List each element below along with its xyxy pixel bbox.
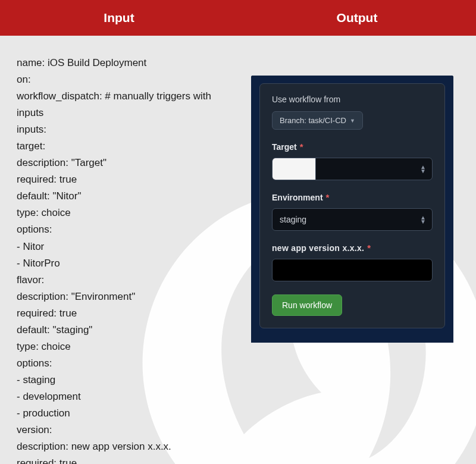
yaml-line: default: "Nitor" [17,188,240,205]
yaml-line: default: "staging" [17,322,240,338]
yaml-line: - staging [17,372,240,388]
yaml-line: - development [17,388,240,405]
yaml-line: inputs: [17,121,240,138]
required-asterisk-icon: * [367,243,371,253]
yaml-line: type: choice [17,338,240,355]
required-asterisk-icon: * [300,142,303,152]
yaml-line: type: choice [17,205,240,221]
dialog-backdrop [444,76,453,335]
use-workflow-from-label: Use workflow from [272,95,433,104]
yaml-line: - NitorPro [17,255,240,272]
yaml-line: name: iOS Build Deployment [17,55,240,71]
yaml-line: options: [17,221,240,238]
environment-select-value: staging [280,215,306,224]
yaml-line: required: true [17,455,240,464]
yaml-line: target: [17,138,240,155]
dialog-backdrop [251,325,453,343]
yaml-line: options: [17,355,240,372]
environment-field-label: Environment * [272,192,433,202]
yaml-line: description: "Target" [17,155,240,171]
branch-label: Branch: task/CI-CD [280,116,346,125]
target-field-label: Target * [272,142,433,152]
target-select[interactable]: ▲▼ [272,158,433,180]
yaml-line: required: true [17,171,240,188]
yaml-line: version: [17,422,240,438]
version-field-label: new app version x.x.x. * [272,243,433,253]
yaml-line: description: new app version x.x.x. [17,438,240,455]
branch-select-button[interactable]: Branch: task/CI-CD ▼ [272,111,363,130]
run-workflow-button[interactable]: Run workflow [272,294,342,316]
yaml-line: - production [17,405,240,422]
version-label-text: new app version x.x.x. [272,243,364,253]
yaml-line: description: "Environment" [17,289,240,305]
yaml-line: required: true [17,305,240,322]
select-arrows-icon: ▲▼ [420,165,426,173]
caret-down-icon: ▼ [350,118,355,124]
version-input[interactable] [272,259,433,281]
header-output-label: Output [238,0,476,36]
output-column: Use workflow from Branch: task/CI-CD ▼ T… [240,48,476,464]
header-input-label: Input [0,0,238,36]
target-label-text: Target [272,142,297,152]
required-asterisk-icon: * [326,192,330,202]
yaml-line: - Nitor [17,239,240,255]
dialog-backdrop [251,76,260,335]
target-select-active-cursor [273,158,316,180]
yaml-line: workflow_dispatch: # manually triggers w… [17,88,240,121]
dialog-backdrop [251,76,453,90]
yaml-line: flavor: [17,272,240,289]
environment-select[interactable]: staging ▲▼ [272,208,433,231]
yaml-line: on: [17,71,240,88]
select-arrows-icon: ▲▼ [420,215,426,224]
environment-label-text: Environment [272,193,323,202]
header-bar: Input Output [0,0,476,36]
workflow-dialog: Use workflow from Branch: task/CI-CD ▼ T… [259,83,445,328]
input-column: name: iOS Build Deployment on: workflow_… [0,48,240,464]
